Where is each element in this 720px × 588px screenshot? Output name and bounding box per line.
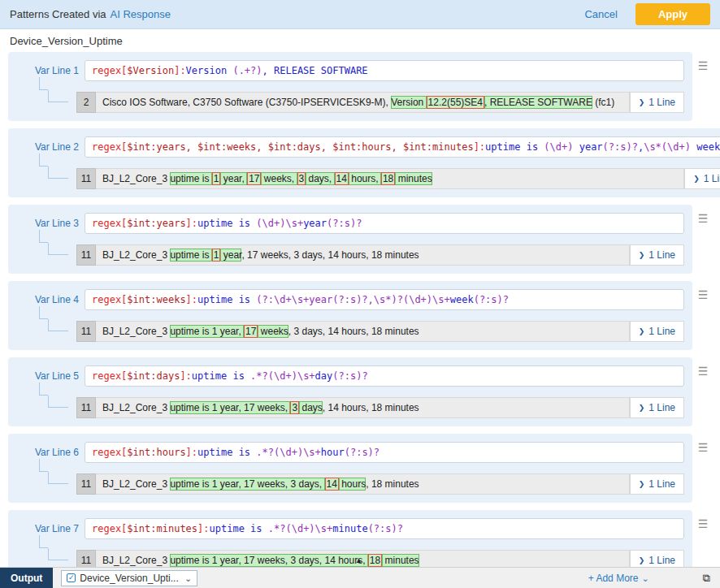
var-line-block: Var Line 5 regex[$int:days]:uptime is .*…: [8, 357, 692, 426]
var-line-label: Var Line 7: [16, 518, 85, 539]
expand-label: 1 Line: [648, 249, 675, 261]
regex-input[interactable]: regex[$int:weeks]:uptime is (?:\d+\s+yea…: [85, 289, 684, 310]
var-line-row: Var Line 4 regex[$int:weeks]:uptime is (…: [8, 281, 713, 350]
add-more-label: + Add More: [588, 573, 639, 584]
chevron-right-icon: ❯: [639, 327, 645, 335]
regex-row: Var Line 4 regex[$int:weeks]:uptime is (…: [16, 289, 684, 310]
tab-output[interactable]: Output: [0, 568, 53, 588]
var-line-block: Var Line 6 regex[$int:hours]:uptime is .…: [8, 434, 692, 503]
regex-row: Var Line 2 regex[$int:years, $int:weeks,…: [16, 136, 720, 158]
apply-button[interactable]: Apply: [635, 3, 710, 25]
expand-label: 1 Line: [648, 402, 675, 413]
var-line-label: Var Line 6: [16, 442, 85, 463]
scroll-up-icon[interactable]: ▲: [355, 556, 362, 564]
header-bar: Patterns Created via AI Response Cancel …: [0, 0, 720, 29]
var-line-label: Var Line 1: [16, 60, 85, 81]
pattern-name-title: Device_Version_Uptime: [0, 29, 720, 50]
checkbox-icon[interactable]: ✓: [67, 573, 76, 582]
regex-row: Var Line 7 regex[$int:minutes]:uptime is…: [16, 518, 684, 539]
expand-lines-button[interactable]: ❯ 1 Line: [630, 473, 684, 495]
var-line-label: Var Line 2: [16, 136, 85, 158]
regex-row: Var Line 1 regex[$Version]:Version (.+?)…: [16, 60, 684, 81]
regex-row: Var Line 6 regex[$int:hours]:uptime is .…: [16, 442, 684, 463]
var-line-label: Var Line 4: [16, 289, 85, 310]
expand-lines-button[interactable]: ❯ 1 Line: [630, 397, 684, 418]
line-number: 11: [76, 168, 96, 189]
var-line-block: Var Line 3 regex[$int:years]:uptime is (…: [8, 205, 692, 274]
connector-line: [39, 153, 48, 166]
regex-input[interactable]: regex[$int:years, $int:weeks, $int:days,…: [85, 136, 720, 158]
connector-line: [48, 472, 68, 484]
ai-response-link[interactable]: AI Response: [111, 8, 171, 20]
result-row: 2 Cisco IOS Software, C3750 Software (C3…: [76, 92, 684, 113]
connector-line: [39, 535, 48, 548]
expand-lines-button[interactable]: ❯ 1 Line: [630, 321, 684, 342]
expand-label: 1 Line: [648, 326, 675, 337]
menu-icon[interactable]: ☰: [692, 55, 713, 76]
connector-line: [39, 77, 48, 90]
result-row: 11 BJ_L2_Core_3 uptime is 1 year, 17 wee…: [76, 550, 684, 567]
add-more-button[interactable]: + Add More ⌄: [588, 573, 649, 584]
chevron-right-icon: ❯: [639, 251, 645, 259]
connector-line: [48, 396, 68, 408]
var-line-block: Var Line 7 regex[$int:minutes]:uptime is…: [8, 510, 692, 567]
chevron-right-icon: ❯: [639, 98, 645, 106]
result-row: 11 BJ_L2_Core_3 uptime is 1 year, 17 wee…: [76, 168, 720, 189]
menu-icon[interactable]: ☰: [692, 284, 713, 305]
connector-line: [48, 319, 68, 331]
expand-lines-button[interactable]: ❯ 1 Line: [684, 168, 720, 189]
line-number: 11: [76, 397, 96, 418]
regex-input[interactable]: regex[$int:minutes]:uptime is .*?(\d+)\s…: [85, 518, 684, 539]
window-panel-icon[interactable]: ⧉: [703, 572, 710, 585]
connector-line: [39, 230, 48, 243]
result-text: BJ_L2_Core_3 uptime is 1 year, 17 weeks,…: [96, 244, 630, 266]
connector-line: [48, 243, 68, 255]
result-row: 11 BJ_L2_Core_3 uptime is 1 year, 17 wee…: [76, 473, 684, 495]
chevron-down-icon: ⌄: [184, 574, 192, 582]
regex-row: Var Line 3 regex[$int:years]:uptime is (…: [16, 213, 684, 234]
var-line-block: Var Line 4 regex[$int:weeks]:uptime is (…: [8, 281, 692, 350]
menu-icon[interactable]: ☰: [692, 513, 713, 534]
expand-label: 1 Line: [648, 97, 675, 108]
expand-lines-button[interactable]: ❯ 1 Line: [630, 244, 684, 266]
pattern-selector-dropdown[interactable]: ✓ Device_Version_Upti... ⌄: [61, 570, 197, 586]
var-line-row: Var Line 1 regex[$Version]:Version (.+?)…: [8, 52, 713, 121]
regex-row: Var Line 5 regex[$int:days]:uptime is .*…: [16, 365, 684, 387]
var-line-row: Var Line 5 regex[$int:days]:uptime is .*…: [8, 357, 713, 426]
regex-input[interactable]: regex[$int:days]:uptime is .*?(\d+)\s+da…: [85, 365, 684, 387]
connector-line: [39, 459, 48, 472]
var-line-label: Var Line 5: [16, 365, 85, 387]
var-line-row: Var Line 6 regex[$int:hours]:uptime is .…: [8, 434, 713, 503]
line-number: 11: [76, 550, 96, 567]
var-line-block: Var Line 2 regex[$int:years, $int:weeks,…: [8, 128, 720, 197]
var-line-label: Var Line 3: [16, 213, 85, 234]
menu-icon[interactable]: ☰: [692, 208, 713, 229]
var-lines: Var Line 1 regex[$Version]:Version (.+?)…: [0, 50, 720, 567]
expand-lines-button[interactable]: ❯ 1 Line: [630, 550, 684, 567]
connector-line: [48, 548, 68, 560]
menu-icon[interactable]: ☰: [692, 437, 713, 458]
regex-input[interactable]: regex[$int:hours]:uptime is .*?(\d+)\s+h…: [85, 442, 684, 463]
connector-line: [39, 306, 48, 319]
expand-label: 1 Line: [704, 173, 720, 184]
var-line-row: Var Line 2 regex[$int:years, $int:weeks,…: [8, 128, 713, 197]
expand-lines-button[interactable]: ❯ 1 Line: [630, 92, 684, 113]
chevron-right-icon: ❯: [693, 175, 700, 183]
chevron-right-icon: ❯: [639, 480, 645, 488]
expand-label: 1 Line: [648, 555, 675, 566]
result-row: 11 BJ_L2_Core_3 uptime is 1 year, 17 wee…: [76, 244, 684, 266]
regex-input[interactable]: regex[$Version]:Version (.+?), RELEASE S…: [85, 60, 684, 81]
chevron-right-icon: ❯: [639, 404, 645, 412]
cancel-button[interactable]: Cancel: [584, 8, 617, 20]
result-text: BJ_L2_Core_3 uptime is 1 year, 17 weeks,…: [96, 321, 630, 342]
chevron-right-icon: ❯: [639, 556, 645, 564]
line-number: 11: [76, 244, 96, 266]
regex-input[interactable]: regex[$int:years]:uptime is (\d+)\s+year…: [85, 213, 684, 234]
line-number: 2: [76, 92, 96, 113]
result-text: Cisco IOS Software, C3750 Software (C375…: [96, 92, 630, 113]
result-text: BJ_L2_Core_3 uptime is 1 year, 17 weeks,…: [96, 168, 684, 189]
line-number: 11: [76, 473, 96, 495]
selected-pattern-label: Device_Version_Upti...: [80, 573, 178, 584]
menu-icon[interactable]: ☰: [692, 361, 713, 382]
connector-line: [39, 383, 48, 396]
